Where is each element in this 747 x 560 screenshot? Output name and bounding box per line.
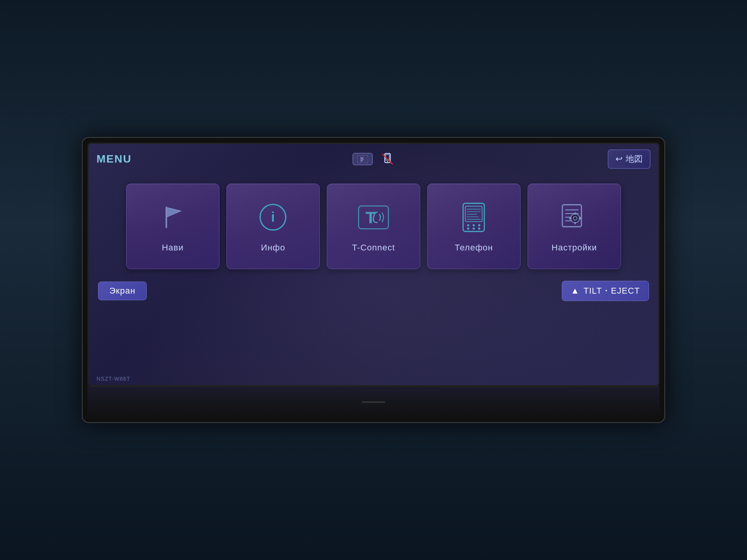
bottom-strip	[362, 401, 385, 403]
screen-outer: MENU	[88, 143, 659, 386]
svg-point-15	[467, 228, 470, 230]
svg-text:i: i	[271, 209, 275, 225]
svg-point-13	[473, 224, 475, 226]
info-icon: i	[256, 200, 291, 235]
menu-item-tconnect[interactable]: T T-Connect	[327, 184, 420, 269]
model-label: NSZT-W66T	[96, 376, 130, 382]
car-unit: MENU	[0, 0, 747, 560]
tconnect-label: T-Connect	[352, 243, 395, 253]
menu-item-info[interactable]: i Инфо	[226, 184, 320, 269]
svg-text:T: T	[366, 208, 376, 227]
bottom-bar: Экран ▲ TILT・EJECT	[89, 277, 658, 308]
menu-item-telefon[interactable]: Телефон	[427, 184, 521, 269]
bottom-panel	[88, 386, 659, 417]
unit-bezel: MENU	[82, 137, 665, 423]
tilt-eject-label: TILT・EJECT	[584, 285, 640, 297]
phone-icon	[456, 200, 491, 235]
nastroyki-label: Настройки	[552, 243, 597, 253]
top-bar: MENU	[89, 144, 658, 172]
svg-rect-10	[463, 203, 484, 231]
telefon-label: Телефон	[455, 243, 493, 253]
no-phone-icon	[381, 152, 395, 166]
tilt-arrow-icon: ▲	[571, 286, 580, 296]
settings-icon	[557, 200, 592, 235]
svg-point-3	[387, 161, 388, 162]
menu-title: MENU	[96, 153, 132, 165]
menu-item-nastroyki[interactable]: Настройки	[528, 184, 621, 269]
top-icons	[352, 152, 395, 166]
svg-point-17	[478, 228, 480, 230]
info-label: Инфо	[261, 243, 285, 253]
svg-point-14	[478, 224, 480, 226]
ekran-button[interactable]: Экран	[98, 282, 147, 300]
svg-rect-30	[574, 212, 576, 215]
tilt-eject-button[interactable]: ▲ TILT・EJECT	[562, 281, 649, 301]
menu-item-navi[interactable]: Нави	[126, 184, 219, 269]
flag-icon	[155, 200, 190, 235]
svg-point-28	[571, 214, 580, 223]
menu-grid: Нави i Инфо	[89, 172, 658, 277]
map-back-arrow: ↩	[615, 154, 622, 164]
svg-rect-31	[574, 222, 576, 224]
bluetooth-status-icon	[352, 153, 373, 165]
screen: MENU	[89, 144, 658, 385]
svg-point-12	[467, 224, 470, 226]
map-button[interactable]: ↩ 地図	[608, 149, 651, 169]
svg-point-16	[473, 228, 475, 230]
navi-label: Нави	[162, 243, 184, 253]
tconnect-icon: T	[356, 200, 391, 235]
map-button-label: 地図	[626, 153, 643, 165]
